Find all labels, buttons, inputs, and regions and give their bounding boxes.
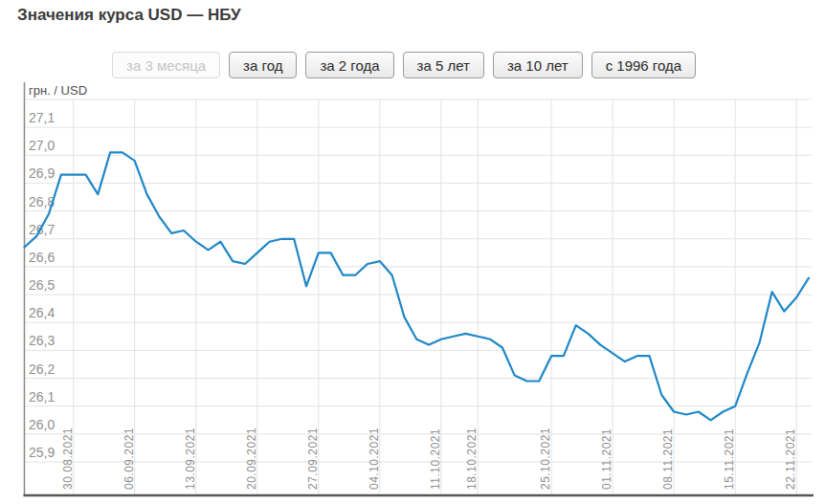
- x-tick-label: 18.10.2021: [465, 427, 479, 490]
- x-tick-label: 04.10.2021: [368, 427, 381, 490]
- x-tick-label: 11.10.2021: [429, 428, 442, 490]
- usd-rate-chart-page: Значения курса USD — НБУ за 3 месяца за …: [0, 0, 825, 504]
- y-tick-label: 27,0: [29, 138, 55, 153]
- x-tick-label: 20.09.2021: [245, 427, 258, 490]
- y-tick-label: 25,9: [29, 445, 55, 460]
- y-axis-unit-label: грн. / USD: [29, 83, 87, 98]
- range-button-3-months[interactable]: за 3 месяца: [112, 52, 220, 78]
- y-tick-label: 26,2: [29, 362, 55, 377]
- y-tick-label: 27,1: [29, 110, 55, 125]
- x-tick-label: 22.11.2021: [784, 428, 797, 490]
- range-button-5-years[interactable]: за 5 лет: [403, 52, 484, 78]
- rate-line: [25, 152, 810, 420]
- range-button-2-years[interactable]: за 2 года: [305, 52, 393, 78]
- y-tick-label: 26,5: [29, 277, 55, 293]
- y-tick-label: 26,1: [29, 389, 55, 405]
- x-tick-label: 08.11.2021: [661, 428, 675, 490]
- y-tick-label: 26,6: [29, 250, 55, 265]
- y-tick-label: 26,0: [29, 417, 55, 432]
- x-tick-label: 13.09.2021: [184, 427, 197, 490]
- x-tick-label: 06.09.2021: [123, 427, 136, 490]
- range-button-10-years[interactable]: за 10 лет: [493, 52, 583, 78]
- range-button-1-year[interactable]: за год: [229, 52, 297, 78]
- range-button-since-1996[interactable]: с 1996 года: [591, 52, 696, 78]
- x-tick-label: 27.09.2021: [306, 427, 320, 490]
- x-tick-label: 25.10.2021: [539, 427, 552, 490]
- y-tick-label: 26,4: [29, 305, 55, 320]
- y-tick-label: 26,9: [29, 165, 55, 181]
- y-tick-label: 26,7: [29, 222, 55, 237]
- y-tick-label: 26,3: [29, 333, 55, 348]
- x-tick-label: 30.08.2021: [61, 427, 75, 490]
- x-tick-label: 15.11.2021: [723, 428, 736, 490]
- x-tick-label: 01.11.2021: [600, 428, 613, 490]
- range-controls: за 3 месяца за год за 2 года за 5 лет за…: [112, 52, 696, 78]
